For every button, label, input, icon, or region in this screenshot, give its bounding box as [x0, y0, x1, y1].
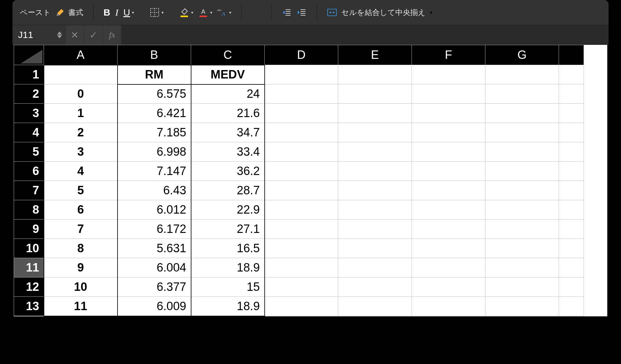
phonetic-button[interactable]: abc A ▾	[217, 7, 231, 17]
spreadsheet-grid[interactable]: A B C D E F G 1RMMEDV206.57524316.42121.…	[12, 45, 609, 318]
select-all-corner[interactable]	[14, 45, 44, 65]
cell[interactable]	[485, 258, 559, 277]
cell[interactable]	[265, 162, 338, 181]
cell[interactable]	[485, 220, 559, 239]
cell[interactable]	[338, 239, 412, 258]
row-header[interactable]: 6	[14, 162, 44, 181]
cancel-formula-button[interactable]: ✕	[65, 25, 84, 45]
cell[interactable]	[412, 142, 485, 162]
cell[interactable]	[485, 123, 559, 142]
cell[interactable]: 9	[44, 258, 118, 277]
cell[interactable]	[559, 297, 584, 316]
cell[interactable]	[265, 104, 338, 123]
cell[interactable]	[338, 123, 412, 142]
cell[interactable]	[559, 123, 584, 142]
cell[interactable]: 6.012	[118, 200, 191, 220]
cell[interactable]: 3	[44, 142, 118, 162]
cell[interactable]	[412, 220, 485, 239]
cell[interactable]	[412, 104, 485, 123]
format-painter-button[interactable]: 書式	[56, 7, 83, 18]
cell[interactable]	[265, 142, 338, 162]
chevron-down-icon[interactable]	[57, 35, 62, 38]
font-color-button[interactable]: A ▾	[198, 7, 212, 17]
column-header[interactable]: G	[485, 45, 559, 65]
cell[interactable]: 24	[191, 84, 265, 104]
row-header[interactable]: 7	[14, 181, 44, 200]
cell[interactable]: 6.004	[118, 258, 191, 277]
cell[interactable]	[338, 104, 412, 123]
accept-formula-button[interactable]: ✓	[84, 25, 103, 45]
cell[interactable]	[338, 65, 412, 84]
cell[interactable]: 33.4	[191, 142, 265, 162]
cell[interactable]	[559, 200, 584, 220]
cell[interactable]	[412, 181, 485, 200]
cell[interactable]: 34.7	[191, 123, 265, 142]
bold-button[interactable]: B	[104, 8, 110, 17]
cell[interactable]	[412, 258, 485, 277]
fx-button[interactable]: fx	[103, 25, 122, 45]
cell[interactable]	[485, 239, 559, 258]
cell[interactable]: 4	[44, 162, 118, 181]
column-header[interactable]	[559, 45, 584, 65]
row-header[interactable]: 10	[14, 239, 44, 258]
formula-input[interactable]	[122, 25, 609, 45]
cell[interactable]	[338, 162, 412, 181]
cell[interactable]: 2	[44, 123, 118, 142]
cell[interactable]	[265, 84, 338, 104]
cell[interactable]: 6.575	[118, 84, 191, 104]
cell[interactable]	[485, 277, 559, 297]
cell[interactable]	[265, 258, 338, 277]
merge-center-button[interactable]: セルを結合して中央揃え ▾	[327, 7, 432, 17]
cell[interactable]	[485, 162, 559, 181]
cell[interactable]: 18.9	[191, 297, 265, 316]
cell[interactable]	[559, 239, 584, 258]
row-header[interactable]: 5	[14, 142, 44, 162]
cell[interactable]: 18.9	[191, 258, 265, 277]
cell[interactable]	[265, 239, 338, 258]
column-header[interactable]: F	[412, 45, 485, 65]
row-header[interactable]: 2	[14, 84, 44, 104]
cell[interactable]: 7.185	[118, 123, 191, 142]
cell[interactable]	[559, 181, 584, 200]
cell[interactable]	[265, 297, 338, 316]
cell[interactable]: 1	[44, 104, 118, 123]
cell[interactable]	[485, 297, 559, 316]
column-header[interactable]: D	[265, 45, 338, 65]
cell[interactable]: 6.43	[118, 181, 191, 200]
cell[interactable]: 28.7	[191, 181, 265, 200]
row-header[interactable]: 3	[14, 104, 44, 123]
cell[interactable]	[412, 162, 485, 181]
cell[interactable]: 16.5	[191, 239, 265, 258]
cell[interactable]	[265, 220, 338, 239]
cell[interactable]	[412, 239, 485, 258]
cell[interactable]: 21.6	[191, 104, 265, 123]
borders-button[interactable]: ▾	[150, 7, 164, 17]
cell[interactable]	[559, 258, 584, 277]
cell[interactable]	[338, 258, 412, 277]
cell[interactable]: 22.9	[191, 200, 265, 220]
italic-button[interactable]: I	[115, 8, 118, 17]
cell[interactable]	[338, 220, 412, 239]
cell[interactable]: RM	[118, 65, 191, 84]
cell[interactable]	[265, 123, 338, 142]
cell[interactable]	[559, 142, 584, 162]
cell[interactable]: 5.631	[118, 239, 191, 258]
cell[interactable]	[559, 277, 584, 297]
cell[interactable]	[338, 297, 412, 316]
cell[interactable]	[485, 84, 559, 104]
cell[interactable]: 5	[44, 181, 118, 200]
cell[interactable]	[338, 277, 412, 297]
cell[interactable]	[338, 200, 412, 220]
cell[interactable]: 7	[44, 220, 118, 239]
column-header[interactable]: A	[44, 45, 118, 65]
cell[interactable]: 11	[44, 297, 118, 316]
column-header[interactable]: E	[338, 45, 412, 65]
cell[interactable]	[412, 65, 485, 84]
row-header[interactable]: 13	[14, 297, 44, 316]
cell[interactable]: 15	[191, 277, 265, 297]
cell[interactable]: 7.147	[118, 162, 191, 181]
cell[interactable]	[485, 142, 559, 162]
row-header[interactable]: 12	[14, 277, 44, 297]
cell[interactable]	[412, 277, 485, 297]
cell[interactable]	[485, 104, 559, 123]
